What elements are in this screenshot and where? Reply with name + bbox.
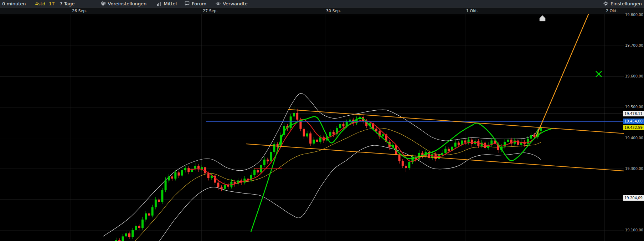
level-label-19478: 19.478,11 <box>623 111 644 116</box>
date-label: 26 Sep. <box>72 9 87 13</box>
timeframe-button-7tage[interactable]: 7 Tage <box>60 1 74 6</box>
channel-lower-trendline[interactable] <box>246 144 624 171</box>
anchor-marker[interactable] <box>540 15 545 21</box>
voreinstellungen-label: Voreinstellungen <box>108 1 147 6</box>
einstellungen-button[interactable]: Einstellungen <box>603 1 642 6</box>
mittel-button[interactable]: Mittel <box>156 1 177 6</box>
annotation-lines-layer[interactable] <box>202 14 624 171</box>
time-axis: 26 Sep.27 Sep.30 Sep.1 Okt.2 Okt. <box>0 7 644 14</box>
bollinger-bands-layer <box>103 93 541 241</box>
forum-label: Forum <box>192 1 206 6</box>
speech-bubble-icon <box>185 1 190 6</box>
price-tick-label: 19.600,00 <box>625 74 643 78</box>
price-tick-label: 19.400,00 <box>625 136 643 140</box>
eye-icon <box>216 1 221 6</box>
gear-icon <box>603 1 608 6</box>
price-axis[interactable]: 19.800,0019.700,0019.600,0019.500,0019.4… <box>624 14 644 241</box>
forum-button[interactable]: Forum <box>185 1 206 6</box>
signal-line-green <box>251 117 553 232</box>
date-label: 1 Okt. <box>466 9 478 13</box>
level-label-19454: 19.454,00 <box>623 119 644 124</box>
indicator-icon <box>156 1 161 6</box>
price-tick-label: 19.700,00 <box>625 44 643 47</box>
date-label: 27 Sep. <box>203 9 218 13</box>
timeframe-button-1t[interactable]: 1T <box>49 1 55 6</box>
markers-layer[interactable] <box>540 15 602 77</box>
breakout-trendline[interactable] <box>536 14 589 136</box>
last-price-label: 19.432,59 <box>623 125 644 130</box>
price-chart[interactable] <box>0 14 644 241</box>
price-tick-label: 19.800,00 <box>625 13 643 17</box>
toolbar-separator <box>95 1 95 6</box>
price-tick-label: 19.100,00 <box>625 228 643 232</box>
date-label: 30 Sep. <box>326 9 341 13</box>
price-tick-label: 19.300,00 <box>625 167 643 171</box>
verwandte-button[interactable]: Verwandte <box>216 1 247 6</box>
indicator-lines-layer <box>189 117 553 232</box>
timeframe-button-4std[interactable]: 4std <box>35 1 45 6</box>
verwandte-label: Verwandte <box>223 1 247 6</box>
sliders-icon <box>101 1 106 6</box>
timeframe-button-minutes[interactable]: 0 minuten <box>2 1 26 6</box>
level-label-19204: 19.204,09 <box>623 195 644 201</box>
bollinger-upper-band <box>103 93 541 236</box>
date-label: 2 Okt. <box>606 9 618 13</box>
toolbar: 0 minuten 4std 1T 7 Tage Voreinstellunge… <box>0 0 644 7</box>
einstellungen-label: Einstellungen <box>610 1 642 6</box>
voreinstellungen-button[interactable]: Voreinstellungen <box>101 1 147 6</box>
bollinger-lower-band <box>103 145 541 241</box>
price-tick-label: 19.500,00 <box>625 105 643 109</box>
mittel-label: Mittel <box>164 1 177 6</box>
